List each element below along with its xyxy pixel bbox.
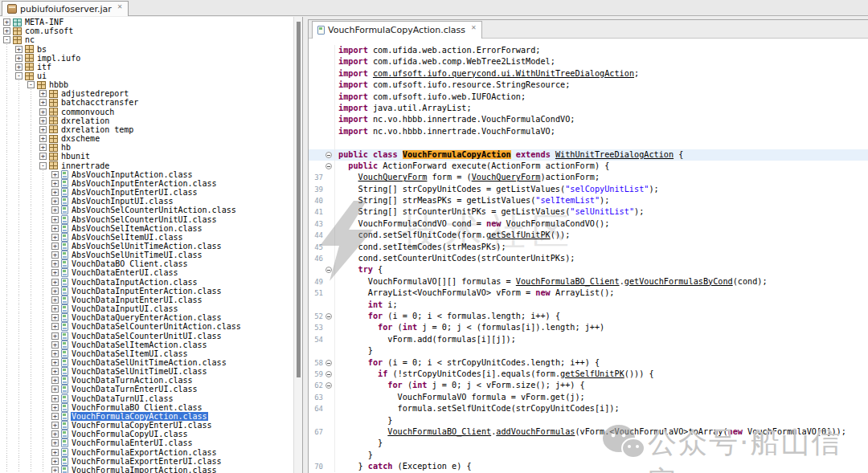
code-line[interactable]: 46 cond.setCounterUnitCodes(strCounterUn… [309,253,868,264]
expand-toggle-icon[interactable]: + [51,404,59,411]
expand-toggle-icon[interactable]: + [51,341,59,349]
tree-item-class[interactable]: +VouchDataSelCounterUnitAction.class [0,322,293,331]
tree-item-package[interactable]: -ui [0,71,293,80]
tree-item-class[interactable]: +AbsVouchInputAction.class [0,170,293,179]
tree-item-class[interactable]: +VouchDataTurnEnterUI.class [0,385,293,393]
tree-item-class[interactable]: +AbsVouchInputEnterUI.class [0,188,293,197]
tree-item-class[interactable]: +AbsVouchInputUI.class [0,197,293,206]
fold-collapse-icon[interactable] [326,360,332,366]
expand-toggle-icon[interactable]: + [51,260,59,267]
expand-toggle-icon[interactable]: + [51,422,59,429]
expand-toggle-icon[interactable]: + [15,55,23,62]
expand-toggle-icon[interactable]: + [51,171,59,178]
fold-collapse-icon[interactable] [326,313,332,320]
expand-toggle-icon[interactable]: + [51,350,59,357]
tree-item-class[interactable]: +VouchDataBO_Client.class [0,259,293,268]
code-line[interactable]: 45 cond.setItemCodes(strMeasPKs); [309,242,868,253]
code-line[interactable]: import com.ufida.web.comp.WebTree2ListMo… [309,56,868,67]
tree-item-class[interactable]: +VouchFormulaCopyEnterUI.class [0,421,293,430]
code-link[interactable]: addVouchFormulas [496,427,575,436]
code-line[interactable]: } [309,438,868,449]
code-link[interactable]: VouchFormulaBO_Client [387,427,491,436]
expand-toggle-icon[interactable]: + [39,108,47,116]
tree-item-package[interactable]: +dxrelation_temp [0,125,293,134]
tree-item-class[interactable]: +AbsVouchSelItemAction.class [0,224,293,233]
code-line[interactable]: 53 for (int j = 0; j < (formulas[i]).len… [309,322,868,333]
expand-toggle-icon[interactable]: + [51,305,59,312]
code-link[interactable]: VouchFormulaBO_Client [516,277,620,286]
expand-toggle-icon[interactable]: + [51,395,59,402]
code-line[interactable]: 44 cond.setSelfUnitCode(form.getSelfUnit… [309,230,868,241]
expand-toggle-icon[interactable]: + [39,90,47,97]
expand-toggle-icon[interactable]: + [3,18,10,26]
code-line[interactable]: 63 VouchFormulaVO formula = vForm.get(j)… [309,392,868,403]
scrollbar-thumb[interactable] [297,22,301,377]
tree-item-class[interactable]: +AbsVouchSelCounterUnitAction.class [0,206,293,214]
tree-item-class[interactable]: +VouchDataTurnAction.class [0,376,293,385]
tree-item-class[interactable]: +AbsVouchSelCounterUnitUI.class [0,214,293,223]
expand-toggle-icon[interactable]: + [51,189,59,196]
expand-toggle-icon[interactable]: + [51,439,59,446]
tree-item-class[interactable]: +VouchFormulaCopyAction.class [0,412,293,421]
tree-item-class[interactable]: +VouchDataSelItemAction.class [0,340,293,349]
expand-toggle-icon[interactable]: + [51,287,59,295]
tree-item-class[interactable]: +VouchDataQueryEnterAction.class [0,313,293,322]
tree-item-class[interactable]: +VouchFormulaEnterUI.class [0,438,293,447]
tree-item-class[interactable]: +AbsVouchSelUnitTimeUI.class [0,251,293,259]
expand-toggle-icon[interactable]: + [51,180,59,187]
tree-item-class[interactable]: +VouchDataSelItemUI.class [0,349,293,358]
code-line[interactable]: import nc.vo.hbbb.innertrade.VouchFormul… [309,126,868,137]
tree-item-class[interactable]: +VouchDataInputEnterUI.class [0,296,293,304]
expand-toggle-icon[interactable]: + [51,385,59,393]
tree-item-package[interactable]: +dxrelation [0,116,293,125]
code-line[interactable]: import com.ufsoft.iufo.web.IUFOAction; [309,92,868,103]
tree-item-package[interactable]: +com.ufsoft [0,27,293,35]
fold-collapse-icon[interactable] [326,382,332,389]
tree-item-class[interactable]: +VouchDataEnterUI.class [0,268,293,277]
code-line[interactable]: 49 VouchFormulaVO[][] formulas = VouchFo… [309,276,868,287]
code-line[interactable]: import com.ufsoft.iufo.resource.StringRe… [309,80,868,91]
expand-toggle-icon[interactable]: + [15,46,23,53]
tree-item-class[interactable]: +VouchFormulaExportEnterUI.class [0,457,293,466]
tree-item-package[interactable]: +hb [0,143,293,152]
code-line[interactable] [309,137,868,149]
code-line[interactable]: import java.util.ArrayList; [309,103,868,114]
code-line[interactable]: 52 for (i = 0; i < formulas.length; i++)… [309,311,868,322]
tree-item-package[interactable]: +hbunit [0,152,293,161]
code-line[interactable]: try { [309,264,868,275]
code-line[interactable]: 43 VouchFormulaCondVO cond = new VouchFo… [309,218,868,230]
code-line[interactable]: } [309,450,868,461]
code-line[interactable]: 64 formula.setSelfUnitCode(strCopyUnitCo… [309,403,868,414]
code-line[interactable]: int i; [309,300,868,311]
expand-toggle-icon[interactable]: + [51,430,59,438]
expand-toggle-icon[interactable]: + [51,467,59,473]
close-icon[interactable]: ✕ [117,3,123,10]
code-line[interactable]: 70 } catch (Exception e) { [309,461,868,472]
expand-toggle-icon[interactable]: + [51,323,59,330]
expand-toggle-icon[interactable]: + [51,359,59,366]
expand-toggle-icon[interactable]: + [51,206,59,214]
tree-item-package[interactable]: +adjustedreport [0,89,293,98]
code-link[interactable]: com.ufsoft.iufo.querycond.ui.WithUnitTre… [373,69,634,78]
tree-item-package[interactable]: -innertrade [0,161,293,170]
code-line[interactable]: 54 vForm.add(formulas[i][j]); [309,334,868,345]
expand-toggle-icon[interactable]: + [15,63,23,71]
expand-toggle-icon[interactable]: + [51,243,59,250]
expand-toggle-icon[interactable]: + [51,269,59,276]
code-line[interactable]: 37 VouchQueryForm form = (VouchQueryForm… [309,172,868,183]
expand-toggle-icon[interactable]: + [39,126,47,133]
tree-item-class[interactable]: +AbsVouchInputEnterAction.class [0,179,293,188]
code-link[interactable]: VouchQueryForm [472,173,541,181]
fold-collapse-icon[interactable] [326,163,332,169]
expand-toggle-icon[interactable]: + [51,225,59,232]
code-line[interactable]: public ActionForward execute(ActionForm … [309,161,868,172]
fold-collapse-icon[interactable] [326,267,332,273]
tree-item-package[interactable]: +bs [0,44,293,53]
expand-toggle-icon[interactable]: + [51,279,59,286]
jar-tab[interactable]: pubiufoiufoserver.jar ✕ [2,1,129,16]
code-link[interactable]: getVouchFormulasByCond [624,277,733,286]
expand-toggle-icon[interactable]: + [3,27,10,35]
tree-item-class[interactable]: +VouchDataInputEnterAction.class [0,287,293,296]
tree-item-package[interactable]: +dxscheme [0,134,293,143]
expand-toggle-icon[interactable]: + [51,449,59,456]
